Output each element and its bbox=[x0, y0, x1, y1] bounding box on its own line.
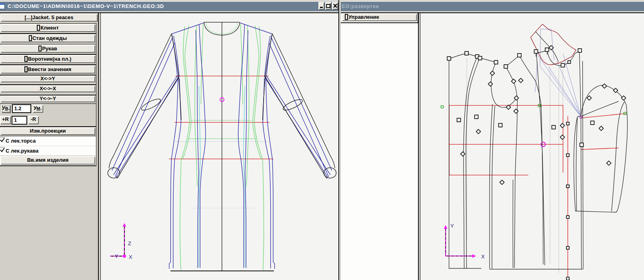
svg-text:Y: Y bbox=[115, 253, 118, 259]
svg-text:Y: Y bbox=[450, 223, 454, 229]
svg-text:X: X bbox=[129, 254, 132, 260]
svg-text:X: X bbox=[481, 254, 485, 260]
svg-text:Z: Z bbox=[128, 240, 131, 246]
